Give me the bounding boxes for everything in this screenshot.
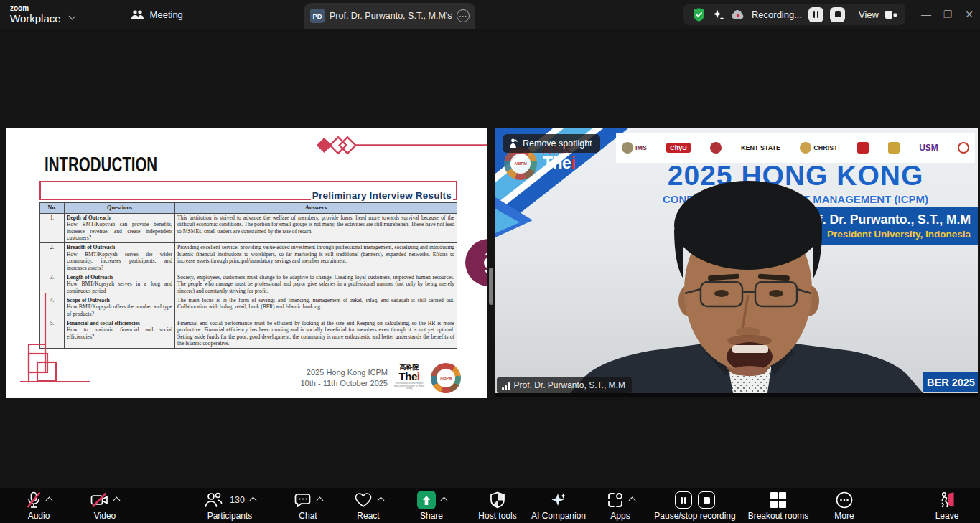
ai-companion-control[interactable]: AI Companion [523,491,594,521]
participants-count: 130 [230,495,245,505]
audio-label: Audio [28,511,50,521]
ai-sparkle-icon[interactable] [712,9,724,21]
participants-icon [204,491,223,509]
chat-chevron-icon[interactable] [317,496,324,504]
share-chevron-icon[interactable] [440,496,447,504]
stop-recording-button[interactable] [830,7,845,22]
apps-chevron-icon[interactable] [628,496,635,504]
pause-recording-icon[interactable] [675,491,692,509]
camera-muted-icon [90,491,108,509]
pause-stop-label: Pause/stop recording [654,511,735,521]
remove-spotlight-label: Remove spotlight [523,138,592,149]
chat-icon [294,491,312,509]
participants-chevron-icon[interactable] [249,496,256,504]
slide-diamond-ornament [314,136,487,155]
slide-heading: INTRODUCTION [45,152,157,176]
audio-control[interactable]: Audio [11,491,66,521]
col-header-questions: Questions [65,203,175,214]
meeting-tab-label: Meeting [150,9,183,20]
breakout-rooms-icon [770,492,786,508]
react-chevron-icon[interactable] [377,496,384,504]
col-header-no: No. [40,203,65,214]
view-button-label[interactable]: View [859,9,879,20]
row-question: Breadth of OutreachHow BMT/Kopsyah serve… [65,243,175,273]
row-answer: Society, employees, customers must chang… [175,273,457,296]
row-question: Depth of OutreachHow BMT/Kopsyah can pro… [65,213,175,243]
host-tools-control[interactable]: Host tools [465,491,530,521]
zoom-workplace-logo: zoom Workplace [10,5,61,24]
breakout-rooms-control[interactable]: Breakout rooms [734,491,823,521]
aibpm-text: AIBPM [437,369,455,387]
table-header-row: No. Questions Answers [40,203,457,214]
view-layout-icon[interactable] [885,10,897,19]
share-label: Share [420,511,443,521]
meeting-controls-toolbar: Audio Video 130 Participants Chat Reac [0,488,980,523]
breakout-rooms-label: Breakout rooms [748,511,809,521]
stage-scrollbar[interactable] [489,268,493,305]
video-control[interactable]: Video [78,491,132,521]
interview-results-table: No. Questions Answers 1. Depth of Outrea… [39,202,457,349]
pause-stop-recording-control[interactable]: Pause/stop recording [643,491,747,521]
workspace-chevron-down-icon[interactable] [68,12,75,19]
speaker-photo [495,128,978,397]
leave-control[interactable]: Leave [922,491,972,521]
video-options-chevron-icon[interactable] [113,496,121,504]
table-row: 5. Financial and social efficienciesHow … [40,319,457,349]
more-icon [836,491,853,509]
nav-down-icon[interactable] [485,270,487,276]
table-row: 4. Scope of OutreachHow BMT/Kopsyah offe… [40,296,457,319]
leave-door-icon [938,491,956,509]
audio-level-icon [502,382,510,390]
workplace-brand-text: Workplace [10,13,61,24]
zoom-brand-text: zoom [10,5,61,12]
spotlight-icon [508,138,518,149]
recording-cloud-icon [731,9,745,19]
chat-control[interactable]: Chat [281,491,335,521]
apps-label: Apps [610,511,630,521]
row-answer: Financial and social performance must be… [175,319,457,349]
table-row: 3. Length of OutreachHow BMT/Kopsyah ser… [40,273,457,296]
slide-nav-widget[interactable]: ⌂ [465,239,487,286]
restore-button[interactable]: ❐ [937,0,958,29]
title-bar: zoom Workplace Meeting PD Prof. Dr. Purw… [0,0,980,29]
question-body: How BMT/Kopsyah can provide benefits, in… [67,221,172,241]
tab-more-icon[interactable]: ··· [457,9,470,22]
participant-name-text: Prof. Dr. Purwanto, S.T., M.M [514,380,625,390]
question-title: Depth of Outreach [67,215,172,222]
shared-screen-slide: INTRODUCTION Preliminary Interview Resul… [6,128,487,398]
screen-share-tab[interactable]: PD Prof. Dr. Purwanto, S.T., M.M's scr ·… [304,3,475,29]
nav-up-icon[interactable] [485,250,487,255]
nav-home-icon[interactable]: ⌂ [484,258,487,268]
slide-subtitle: Preliminary Interview Results [311,190,453,201]
react-control[interactable]: React [342,491,395,521]
thei-en-text: Thei [393,371,425,382]
react-label: React [357,511,379,521]
remove-spotlight-button[interactable]: Remove spotlight [503,134,600,153]
close-button[interactable]: ✕ [958,0,980,29]
question-body: How BMT/Kopsyah serves the wider communi… [67,251,172,271]
stop-recording-icon[interactable] [698,491,715,509]
slide-subtitle-box: Preliminary Interview Results [39,181,457,200]
more-control[interactable]: More [821,491,867,521]
security-shield-icon[interactable] [692,7,706,22]
conference-dates: 10th - 11th October 2025 [221,378,388,389]
apps-control[interactable]: Apps [594,491,646,521]
chat-label: Chat [299,511,317,521]
spotlight-video-tile: IMS CityU KENT STATE CHRIST USM 2025 HON… [495,128,978,397]
participants-control[interactable]: 130 Participants [185,491,274,521]
row-answer: This institution is strived to advance t… [175,213,457,243]
leave-label: Leave [935,511,959,521]
row-answer: The main focus is in the form of savings… [175,296,457,319]
table-row: 1. Depth of OutreachHow BMT/Kopsyah can … [40,213,457,243]
meeting-tab[interactable]: Meeting [131,9,183,20]
minimize-button[interactable]: — [915,0,937,29]
share-control[interactable]: Share [405,491,458,521]
audio-options-chevron-icon[interactable] [45,496,52,504]
heart-icon [354,491,373,509]
table-row: 2. Breadth of OutreachHow BMT/Kopsyah se… [40,243,457,273]
pause-recording-button[interactable] [808,7,823,22]
aibpm-logo: AIBPM [431,363,461,393]
row-no: 2. [40,243,65,273]
people-icon [131,9,144,20]
banner-date-box: BER 2025 [923,372,978,392]
